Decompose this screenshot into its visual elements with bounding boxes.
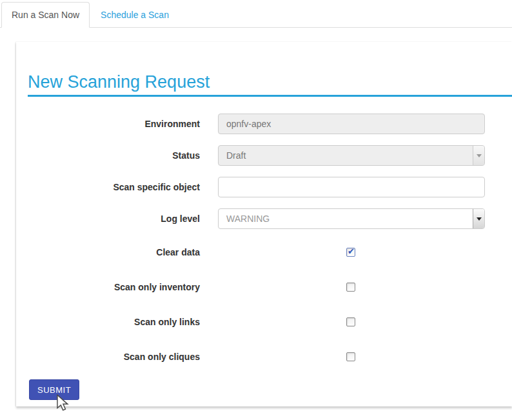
scan-specific-object-label: Scan specific object	[16, 182, 200, 192]
environment-row: Environment	[16, 114, 512, 134]
status-select: Draft	[218, 145, 485, 166]
log-level-label: Log level	[16, 214, 200, 224]
scan-only-links-label: Scan only links	[16, 317, 200, 327]
scan-only-links-checkbox[interactable]	[346, 317, 355, 326]
scan-specific-object-control	[218, 177, 485, 197]
status-label: Status	[16, 150, 200, 161]
environment-input	[218, 114, 485, 134]
tab-schedule-a-scan[interactable]: Schedule a Scan	[90, 2, 179, 28]
log-level-row: Log level WARNING	[16, 208, 512, 229]
tab-run-a-scan-now[interactable]: Run a Scan Now	[1, 2, 90, 28]
scan-only-links-control	[218, 317, 485, 326]
scan-specific-object-input[interactable]	[218, 177, 485, 197]
tab-bar: Run a Scan Now Schedule a Scan	[0, 0, 512, 28]
scan-only-cliques-checkbox[interactable]	[346, 352, 355, 361]
scan-only-inventory-row: Scan only inventory	[16, 275, 512, 299]
clear-data-control	[218, 248, 485, 257]
scan-only-cliques-label: Scan only cliques	[16, 352, 200, 362]
chevron-down-icon[interactable]	[473, 209, 484, 228]
status-row: Status Draft	[16, 145, 512, 166]
clear-data-checkbox[interactable]	[346, 248, 355, 257]
environment-control	[218, 114, 485, 134]
new-scanning-request-form: Environment Status Draft Scan specific o…	[16, 114, 512, 400]
scan-only-cliques-row: Scan only cliques	[16, 345, 512, 368]
status-select-value: Draft	[219, 150, 246, 161]
scan-request-panel: New Scanning Request Environment Status …	[16, 42, 512, 406]
scan-only-inventory-control	[218, 283, 485, 292]
environment-label: Environment	[16, 119, 200, 129]
chevron-down-icon	[473, 146, 484, 165]
page-title: New Scanning Request	[28, 72, 512, 97]
scan-only-inventory-label: Scan only inventory	[16, 282, 200, 292]
clear-data-label: Clear data	[16, 247, 200, 257]
log-level-select-value: WARNING	[219, 214, 270, 224]
scan-only-cliques-control	[218, 352, 485, 361]
submit-button[interactable]: SUBMIT	[29, 379, 79, 400]
status-control: Draft	[218, 145, 485, 166]
scan-specific-object-row: Scan specific object	[16, 177, 512, 197]
log-level-control: WARNING	[218, 208, 485, 229]
clear-data-row: Clear data	[16, 240, 512, 264]
scan-only-inventory-checkbox[interactable]	[346, 283, 355, 292]
scan-only-links-row: Scan only links	[16, 310, 512, 334]
log-level-select[interactable]: WARNING	[218, 208, 485, 229]
